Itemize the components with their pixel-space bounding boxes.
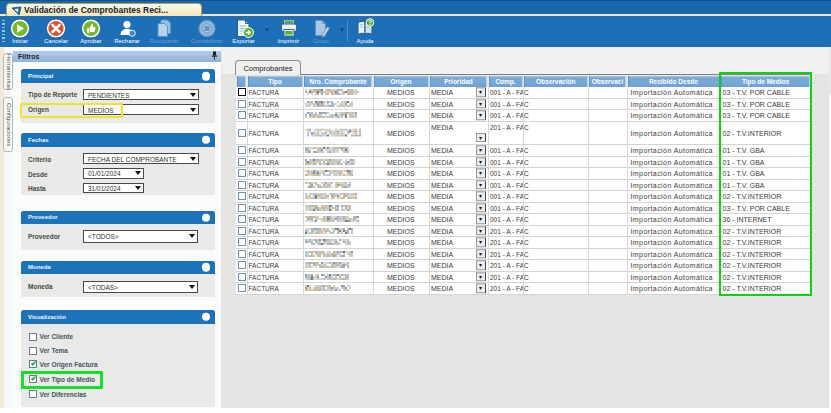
svg-text:?: ?: [368, 19, 372, 26]
